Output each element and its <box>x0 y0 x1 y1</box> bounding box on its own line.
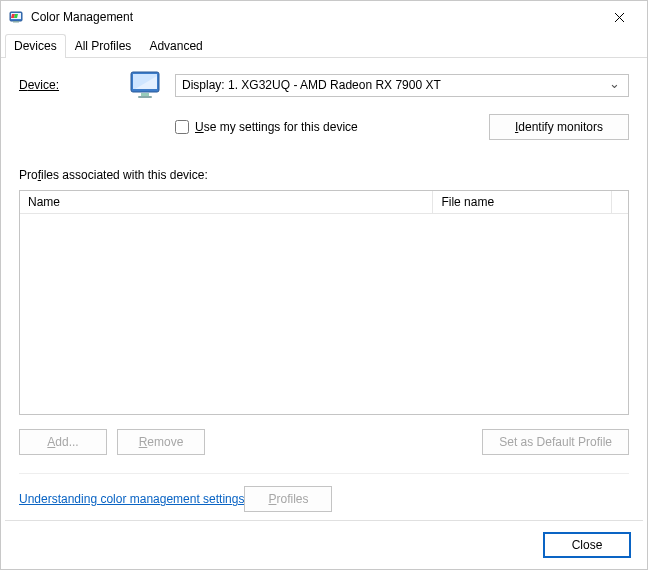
titlebar: Color Management <box>1 1 647 33</box>
tab-panel-devices: Device: Display: 1. XG32UQ - AMD Radeon … <box>1 58 647 520</box>
use-my-settings-input[interactable] <box>175 120 189 134</box>
svg-rect-6 <box>138 96 152 98</box>
tab-devices[interactable]: Devices <box>5 34 66 58</box>
profiles-list[interactable]: Name File name <box>19 190 629 415</box>
remove-button: Remove <box>117 429 205 455</box>
profiles-button: Profiles <box>244 486 332 512</box>
identify-monitors-button[interactable]: Identify monitors <box>489 114 629 140</box>
app-icon <box>9 9 25 25</box>
device-label: Device: <box>19 70 129 92</box>
profiles-section-label: Profiles associated with this device: <box>19 168 629 182</box>
column-header-file[interactable]: File name <box>433 191 612 214</box>
understanding-link[interactable]: Understanding color management settings <box>19 492 244 506</box>
bottom-link-row: Understanding color management settings … <box>19 486 629 512</box>
separator <box>19 473 629 474</box>
set-default-profile-button: Set as Default Profile <box>482 429 629 455</box>
device-dropdown-value: Display: 1. XG32UQ - AMD Radeon RX 7900 … <box>182 78 441 92</box>
device-row: Device: Display: 1. XG32UQ - AMD Radeon … <box>19 70 629 140</box>
tab-all-profiles[interactable]: All Profiles <box>66 34 141 58</box>
use-my-settings-label: Use my settings for this device <box>195 120 358 134</box>
close-icon <box>614 12 625 23</box>
profiles-list-body <box>20 214 628 414</box>
device-dropdown[interactable]: Display: 1. XG32UQ - AMD Radeon RX 7900 … <box>175 74 629 97</box>
add-button: Add... <box>19 429 107 455</box>
monitor-icon <box>129 70 163 100</box>
svg-rect-2 <box>13 21 19 23</box>
svg-rect-5 <box>141 93 149 96</box>
close-button[interactable]: Close <box>543 532 631 558</box>
footer: Close <box>1 521 647 569</box>
tab-advanced[interactable]: Advanced <box>140 34 211 58</box>
window-title: Color Management <box>31 10 599 24</box>
profile-buttons-row: Add... Remove Set as Default Profile <box>19 429 629 455</box>
use-my-settings-checkbox[interactable]: Use my settings for this device <box>175 120 358 134</box>
column-header-tail <box>612 191 628 214</box>
color-management-window: Color Management Devices All Profiles Ad… <box>0 0 648 570</box>
column-header-name[interactable]: Name <box>20 191 433 214</box>
tabstrip: Devices All Profiles Advanced <box>1 33 647 58</box>
profiles-list-header: Name File name <box>20 191 628 214</box>
window-close-button[interactable] <box>599 3 639 31</box>
